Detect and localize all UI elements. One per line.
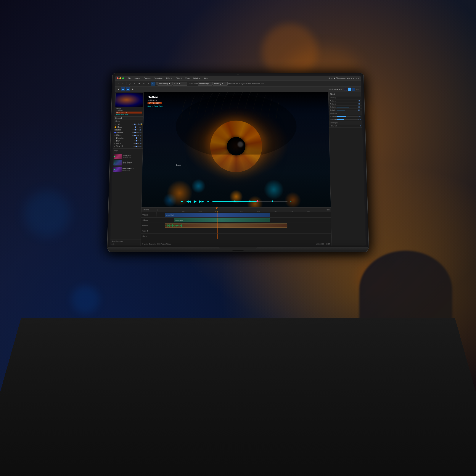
tool-pen[interactable]: ✎ — [141, 82, 146, 85]
clip-play-2[interactable]: ▶ — [114, 168, 115, 170]
play-back-btn[interactable]: ◀◀ — [186, 200, 191, 203]
clip-item-1[interactable]: ▶ Best_Bese o 00:00:02:05 — [113, 160, 142, 166]
tool-dropdown-4[interactable]: Drawing ▾ — [213, 82, 228, 85]
workspace-label: Workspace — [336, 77, 345, 79]
right-item-0[interactable]: Rotation 0.0 — [329, 100, 361, 102]
play-prev-btn[interactable]: ⏮ — [180, 200, 183, 203]
color-swatch-1[interactable] — [344, 87, 347, 91]
tool-select[interactable]: ▢ — [127, 82, 132, 85]
effect-item-2[interactable]: Rotation 0.0 ↔ — [114, 128, 143, 131]
play-next-btn[interactable]: ⏭ — [206, 200, 210, 203]
clip-play-0[interactable]: ▶ — [114, 156, 115, 157]
toolbar-flow-label: Flow — [254, 83, 258, 85]
effect-item-0[interactable]: ★ fx4 0.0 🔓 — [114, 122, 143, 126]
play-pause-btn[interactable]: ▶ — [194, 199, 196, 204]
right-item-1[interactable]: Rotation 0.0 — [329, 102, 361, 106]
tool-toggle-2[interactable]: ▬ — [126, 87, 130, 91]
tool-crop[interactable]: ⌗ — [132, 82, 136, 85]
effect-item-8[interactable]: ❋ Glow 10 0 ↔ — [113, 145, 143, 148]
right-item-8[interactable]: Glow 10 0 — [329, 124, 362, 128]
right-slider-3[interactable] — [336, 110, 358, 110]
track-label-1: Video 2 — [141, 218, 156, 223]
effect-item-6[interactable]: ⊹ Blur 0 ↔ — [113, 139, 143, 142]
right-slider-1[interactable] — [336, 104, 358, 104]
tool-next[interactable]: ▶ — [131, 87, 135, 91]
minimize-button[interactable] — [119, 77, 121, 79]
track-label-4: Effects — [141, 234, 156, 239]
video-counter: Num or Brea: 0:00 — [147, 105, 163, 107]
tool-rotate[interactable]: ↷ — [137, 82, 141, 85]
right-slider-0[interactable] — [336, 101, 357, 101]
tool-undo[interactable]: ↺ — [116, 82, 121, 85]
effect-label-8: Glow 10 — [116, 145, 133, 147]
tool-text[interactable]: T — [146, 82, 151, 85]
keyframe-1[interactable] — [234, 201, 236, 202]
right-slider-2[interactable] — [336, 107, 358, 107]
tool-dropdown-1[interactable]: NeatAverag ▾ — [157, 82, 172, 85]
panel-bottom-label: New Shnegund — [110, 239, 141, 243]
right-slider-5[interactable] — [337, 116, 358, 117]
tool-brush[interactable]: ⬡ — [151, 82, 155, 85]
effect-slider-7[interactable] — [134, 143, 139, 144]
color-swatch-2[interactable] — [348, 87, 351, 91]
right-item-3[interactable]: Rotation 0.0 — [329, 109, 362, 112]
tl-zoom-btn[interactable]: ⊞ — [328, 209, 330, 211]
effect-slider-5[interactable] — [134, 138, 139, 138]
effect-slider-4[interactable] — [132, 135, 138, 136]
right-slider-fill-2 — [336, 107, 349, 107]
tool-prev[interactable]: ◀ — [116, 87, 120, 91]
tool-dropdown-2[interactable]: None ▾ — [172, 82, 187, 85]
menu-selection[interactable]: Selection — [153, 77, 164, 80]
effect-item-3[interactable]: Rotation 0.0 ↔ — [114, 131, 143, 134]
source-monitor[interactable] — [115, 93, 143, 107]
menu-object[interactable]: Object — [174, 77, 183, 80]
right-item-6[interactable]: Rotation 0.0 — [329, 118, 362, 121]
effect-item-4[interactable]: ◎ Filters 0.0 ↔ — [114, 134, 143, 137]
tool-redo[interactable]: ↻ — [121, 82, 125, 85]
right-slider-8[interactable] — [337, 126, 360, 126]
track-playhead-4 — [217, 234, 218, 239]
clip-play-1[interactable]: ▶ — [114, 162, 115, 164]
effect-item-7[interactable]: ◈ Blur 2 0 ↔ — [113, 142, 143, 145]
track-clip-a1[interactable] — [165, 223, 288, 228]
right-slider-6[interactable] — [337, 119, 358, 120]
track-content-4[interactable] — [156, 234, 331, 239]
color-swatch-3[interactable] — [352, 87, 355, 91]
menu-effects[interactable]: Effects — [165, 77, 174, 80]
effect-slider-1[interactable] — [133, 127, 138, 127]
right-item-5[interactable]: Rotation 0.0 — [329, 115, 362, 118]
progress-track[interactable] — [212, 201, 288, 202]
effect-label-3: Rotation — [116, 132, 132, 134]
effect-slider-2[interactable] — [132, 130, 138, 130]
track-content-1[interactable]: Video Clip 2 — [156, 218, 331, 223]
tool-toggle-1[interactable]: ▬ — [121, 87, 125, 91]
clip-item-0[interactable]: ▶ Stest_Bese 00:00:01:12 — [113, 153, 143, 160]
track-content-0[interactable]: Video Clip 1 — [156, 212, 331, 217]
clip-item-2[interactable]: ▶ New Shnegund 00:00:01:08 — [113, 166, 142, 172]
close-button[interactable] — [117, 77, 119, 79]
effects-toggle-icon[interactable]: ▾ — [142, 120, 143, 122]
menu-file[interactable]: File — [126, 77, 132, 80]
progress-handle[interactable] — [256, 200, 258, 202]
effect-item-5[interactable]: ✦ Distortion 0 ↔ — [113, 137, 143, 139]
tl-fit-btn[interactable]: ⊟ — [327, 209, 328, 211]
tool-dropdown-3[interactable]: Darkening ▾ — [198, 82, 213, 85]
effect-slider-3[interactable] — [132, 132, 138, 133]
play-fwd-btn[interactable]: ▶▶ — [199, 200, 204, 203]
track-clip-v2[interactable]: Video Clip 2 — [174, 218, 270, 222]
effect-slider-0[interactable] — [132, 124, 138, 124]
effect-slider-6[interactable] — [134, 141, 139, 141]
keyframe-2[interactable] — [249, 201, 251, 202]
menu-image[interactable]: Image — [133, 77, 141, 80]
menu-help[interactable]: Help — [203, 77, 210, 80]
track-content-2[interactable] — [156, 223, 331, 228]
menu-canvas[interactable]: Canvas — [142, 77, 152, 80]
effect-slider-8[interactable] — [134, 146, 139, 147]
menu-view[interactable]: View — [184, 77, 191, 80]
maximize-button[interactable] — [122, 77, 124, 79]
effect-item-1[interactable]: Effects 0.0 ↔ — [114, 126, 143, 128]
menu-window[interactable]: Window — [192, 77, 202, 80]
keyframe-3[interactable] — [272, 201, 273, 202]
track-content-3[interactable] — [156, 228, 331, 234]
right-item-2[interactable]: Rotation 0.0 — [329, 106, 362, 109]
